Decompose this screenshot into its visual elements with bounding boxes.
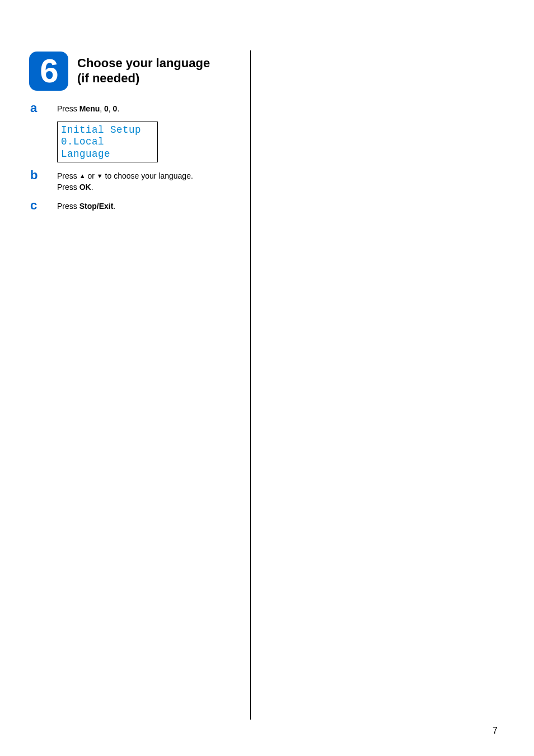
substep-body-c: Press Stop/Exit. bbox=[57, 199, 115, 212]
text-or: or bbox=[86, 171, 97, 180]
text-period-a: . bbox=[117, 104, 119, 113]
step-title: Choose your language (if needed) bbox=[77, 56, 210, 86]
text-menu: Menu bbox=[79, 104, 100, 113]
text-zero1: 0 bbox=[104, 104, 109, 113]
text-press-b2: Press bbox=[57, 183, 79, 192]
right-column bbox=[250, 50, 471, 720]
substep-letter-c: c bbox=[29, 199, 57, 212]
substep-c: c Press Stop/Exit. bbox=[29, 199, 240, 212]
text-period-c: . bbox=[113, 202, 115, 211]
text-press-b: Press bbox=[57, 171, 79, 180]
substep-letter-b: b bbox=[29, 169, 57, 181]
text-comma2: , bbox=[109, 104, 113, 113]
step-title-line2: (if needed) bbox=[77, 71, 139, 85]
lcd-display: Initial Setup 0.Local Language bbox=[57, 122, 158, 163]
substep-b: b Press ▲ or ▼ to choose your language. … bbox=[29, 169, 240, 193]
text-comma1: , bbox=[100, 104, 104, 113]
substep-body-a: Press Menu, 0, 0. bbox=[57, 102, 119, 115]
up-arrow-icon: ▲ bbox=[79, 172, 86, 179]
step-header: 6 Choose your language (if needed) bbox=[29, 52, 240, 91]
substep-letter-a: a bbox=[29, 102, 57, 114]
lcd-line2: 0.Local Language bbox=[61, 136, 154, 161]
substep-a: a Press Menu, 0, 0. bbox=[29, 102, 240, 115]
down-arrow-icon: ▼ bbox=[97, 172, 103, 179]
step-title-line1: Choose your language bbox=[77, 56, 210, 70]
lcd-line1: Initial Setup bbox=[61, 124, 154, 137]
step-number-text: 6 bbox=[40, 54, 57, 88]
text-ok: OK bbox=[79, 183, 91, 192]
page-number: 7 bbox=[493, 726, 498, 736]
text-period-b: . bbox=[91, 183, 93, 192]
text-stopexit: Stop/Exit bbox=[79, 202, 114, 211]
text-choose: to choose your language. bbox=[103, 171, 193, 180]
step-number-badge: 6 bbox=[29, 52, 68, 91]
substep-body-b: Press ▲ or ▼ to choose your language. Pr… bbox=[57, 169, 193, 193]
text-press-a: Press bbox=[57, 104, 79, 113]
text-press-c: Press bbox=[57, 202, 79, 211]
